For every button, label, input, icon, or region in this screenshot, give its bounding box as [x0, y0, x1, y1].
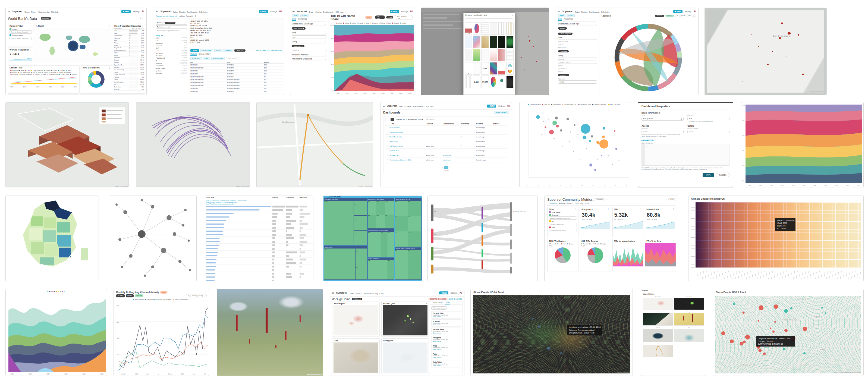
tab-overview[interactable]: Overview [549, 202, 557, 205]
run-button[interactable]: RUN [292, 14, 299, 18]
favorite-star-icon[interactable]: ☆ [387, 141, 389, 143]
thumb-channel-activity[interactable]: Monthly Rolling Avg Channel Activity dra… [114, 289, 209, 376]
schema-select[interactable]: Schema: examples [156, 25, 187, 29]
tab-results[interactable]: Results [190, 53, 197, 56]
groupby-select[interactable]: name × [292, 49, 327, 52]
save-button[interactable]: SAVE [566, 14, 575, 18]
save-changes-button[interactable]: SAVE CHANGES [449, 298, 462, 300]
thumb-3d-polygon-map[interactable]: © Mapbox © OpenStreetMap [5, 102, 129, 187]
nav-item[interactable]: Data [25, 11, 30, 13]
share-button[interactable]: SHARE [223, 49, 233, 52]
cancel-button[interactable]: CANCEL [716, 173, 730, 177]
thumb-storm-dark[interactable]: Storm Events NOAA Pinot Longitude and La… [470, 289, 633, 376]
section-annotations[interactable]: Annotations and Layers⌄ [292, 57, 327, 61]
edit-icon[interactable]: ✎ ⋯ [140, 17, 144, 20]
thumb-3d-column-map[interactable]: © Mapbox © OpenStreetMap [217, 289, 323, 376]
favorite-star-icon[interactable]: ☆ [606, 199, 608, 201]
deckgl-polygon-chart[interactable] [6, 102, 128, 187]
dashboard-row[interactable]: ☆ deck.gl Demo ✓ a month ago [385, 125, 507, 130]
thumb-sf-scatter-map[interactable]: San Francisco © Mapbox © OpenStreetMap [705, 8, 827, 95]
favorite-star-icon[interactable]: ☆ [387, 150, 389, 152]
viztype-pill[interactable]: Chord Diagram [558, 33, 572, 35]
close-icon[interactable]: × [512, 14, 513, 16]
published-filter[interactable]: Any [418, 118, 422, 120]
issues-table-body[interactable] [205, 205, 313, 281]
language-flag-icon[interactable]: 🇺🇸 [507, 105, 510, 107]
thumb-deckgl-dashboard[interactable]: ∞ Superset DataChartsDashboardsSQL Lab +… [330, 289, 464, 376]
cached-badge[interactable]: cached [665, 15, 674, 17]
nav-item[interactable]: Dashboards [38, 11, 50, 13]
actor-select[interactable]: Type or Select [actor] [549, 229, 577, 232]
published-badge[interactable]: Published [352, 298, 362, 300]
bubble-chart[interactable] [522, 107, 630, 184]
chart-toolbar[interactable]: ✎ | ⤓ JSON | ⤓ CSV [395, 15, 412, 20]
thumb-dashboard-properties[interactable]: Dashboard Properties Basic Information T… [638, 102, 733, 187]
language-flag-icon[interactable]: 🇺🇸 [410, 10, 412, 12]
france-choropleth[interactable] [6, 196, 99, 281]
owner-filter[interactable]: All [403, 118, 405, 120]
datasource-pill[interactable]: birth_names ▾ [292, 27, 306, 30]
chart-card[interactable]: Growth Rate Modified a month ago Data so… [431, 311, 461, 319]
new-button[interactable]: + NEW [487, 104, 496, 108]
tab-query-2[interactable]: Untitled Query 8 [179, 15, 192, 18]
thumb-sql-lab[interactable]: ∞ Superset DataChartsDashboardsSQL Lab +… [154, 8, 284, 95]
nav-item[interactable]: Dashboards [187, 11, 198, 13]
chart-card[interactable]: Data Table Modified a month ago Data sou… [431, 360, 461, 367]
settings-menu[interactable]: Settings [498, 105, 505, 107]
nav-item[interactable]: Data [173, 11, 178, 13]
nav-item[interactable]: Charts [179, 11, 186, 13]
favorite-star-icon[interactable]: ☆ [387, 126, 389, 129]
csv-button[interactable]: CSV [203, 57, 210, 60]
new-button[interactable]: + NEW [259, 10, 268, 13]
favorite-star-icon[interactable]: ☆ [387, 154, 389, 156]
chart-card[interactable]: % Rural Modified a month ago Data source [431, 320, 461, 327]
favorite-star-icon[interactable]: ☆ [387, 131, 389, 133]
nav-item[interactable]: Charts [405, 106, 412, 108]
viz-search-input[interactable] [465, 19, 513, 20]
color-scheme-select[interactable]: Select ... [687, 130, 730, 133]
save-button[interactable]: SAVE [214, 49, 222, 52]
published-badge[interactable]: published [41, 18, 51, 20]
thumb-world-bank-dashboard[interactable]: ∞ Superset DataChartsDashboardsSQL Lab +… [5, 8, 147, 95]
section-time[interactable]: Time⌄ [292, 31, 327, 35]
scatterplot-tile[interactable]: Scatterplot [332, 301, 380, 337]
nav-item[interactable]: SQL Lab [335, 11, 344, 13]
donut-chart[interactable] [88, 71, 104, 88]
bulk-select-button[interactable]: BULK SELECT [494, 111, 509, 114]
nav-item[interactable]: Data [309, 11, 314, 13]
section-datasource[interactable]: Datasource & Chart Type⌄ [292, 22, 327, 26]
run-button[interactable]: RUN [190, 49, 199, 52]
chart-toolbar[interactable]: ✎ | ⤓ JSON | ⤓ CSV | ⋮ [675, 14, 696, 18]
section-query[interactable]: Query⌄ [292, 39, 327, 43]
language-flag-icon[interactable]: 🇺🇸 [460, 292, 462, 294]
thumb-country-map-france[interactable] [5, 196, 99, 281]
settings-menu[interactable]: Settings [270, 10, 277, 12]
chart-card[interactable]: Polygons Modified a month ago Data sourc… [431, 336, 461, 343]
dashboards-table[interactable]: ☆ deck.gl Demo ✓ a month ago ☆ Tabbed Da… [385, 125, 507, 162]
thumb-treemap[interactable]: sum__SP_POP_TOTL East Asia & Pacific CHN… [323, 196, 422, 281]
nav-item[interactable]: Charts [355, 293, 362, 294]
country-table[interactable]: China 1.38B India 1.31B United States 32… [113, 30, 145, 91]
heatmap-chart[interactable]: STATE: LOUISIANAYEAR: 2005count: 704%: 1… [695, 202, 861, 268]
screen-grid-tile[interactable]: Screen grid× [381, 301, 429, 337]
prev-page-icon[interactable]: ‹ [442, 167, 443, 169]
settings-menu[interactable]: Settings [451, 292, 457, 294]
nav-item[interactable]: Charts [315, 11, 322, 13]
nav-item[interactable]: SQL Lab [51, 11, 59, 13]
tab-customize[interactable]: Customize [564, 18, 573, 21]
thumb-bubble-chart[interactable]: East Asia & PacificSouth AsiaNorth Ameri… [519, 102, 631, 187]
language-flag-icon[interactable]: 🇺🇸 [279, 10, 282, 12]
explore-button[interactable]: EXPLORE [190, 57, 202, 60]
table-name[interactable]: long_lat [154, 34, 189, 37]
nav-item[interactable]: Charts [31, 11, 37, 13]
dashboard-row[interactable]: ☆ Airlines 23k admin user admin user a m… [385, 153, 507, 158]
chart-card[interactable]: Arcs Modified a month ago Data source [431, 344, 461, 351]
nav-item[interactable]: SQL Lab [601, 11, 610, 13]
tab-data[interactable]: Data [558, 18, 562, 21]
new-button[interactable]: + NEW [390, 10, 399, 13]
issue-titles[interactable]: [SIP-5] Scheduled email reports for Slic… [205, 199, 313, 205]
chart-card[interactable]: Path Modified a month ago Data source [431, 352, 461, 359]
chart-card[interactable]: Growth Rate Modified a month ago Data so… [431, 328, 461, 335]
thumb-streamgraph[interactable]: 201520162017201820192020 [5, 289, 107, 376]
datasource-pill[interactable]: flights ▾ [558, 27, 567, 30]
